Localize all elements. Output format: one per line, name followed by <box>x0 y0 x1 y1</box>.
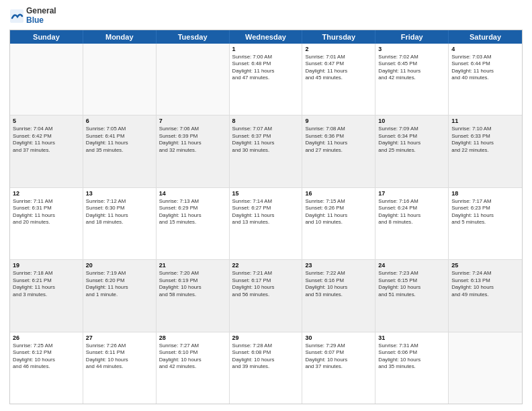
day-cell-31: 31Sunrise: 7:31 AM Sunset: 6:06 PM Dayli… <box>375 332 449 404</box>
day-number: 13 <box>86 190 153 197</box>
day-info: Sunrise: 7:00 AM Sunset: 6:48 PM Dayligh… <box>232 54 300 82</box>
day-info: Sunrise: 7:17 AM Sunset: 6:23 PM Dayligh… <box>451 198 519 226</box>
day-number: 10 <box>378 118 445 124</box>
day-number: 30 <box>305 334 372 341</box>
day-info: Sunrise: 7:26 AM Sunset: 6:11 PM Dayligh… <box>86 342 153 371</box>
day-number: 18 <box>451 190 519 197</box>
calendar-body: 1Sunrise: 7:00 AM Sunset: 6:48 PM Daylig… <box>10 44 522 404</box>
day-cell-22: 22Sunrise: 7:21 AM Sunset: 6:17 PM Dayli… <box>230 260 303 331</box>
calendar-row-2: 12Sunrise: 7:11 AM Sunset: 6:31 PM Dayli… <box>10 188 522 260</box>
calendar-row-4: 26Sunrise: 7:25 AM Sunset: 6:12 PM Dayli… <box>10 332 522 404</box>
day-info: Sunrise: 7:19 AM Sunset: 6:20 PM Dayligh… <box>86 270 153 298</box>
day-number: 1 <box>232 46 300 52</box>
day-header-monday: Monday <box>83 30 157 44</box>
day-info: Sunrise: 7:31 AM Sunset: 6:06 PM Dayligh… <box>378 342 445 371</box>
calendar-row-3: 19Sunrise: 7:18 AM Sunset: 6:21 PM Dayli… <box>10 260 522 332</box>
day-header-wednesday: Wednesday <box>230 30 303 44</box>
empty-cell <box>157 44 230 115</box>
day-number: 26 <box>13 334 80 341</box>
day-header-sunday: Sunday <box>10 30 83 44</box>
day-number: 29 <box>232 334 300 341</box>
day-info: Sunrise: 7:02 AM Sunset: 6:45 PM Dayligh… <box>378 54 445 82</box>
day-info: Sunrise: 7:04 AM Sunset: 6:42 PM Dayligh… <box>13 126 80 154</box>
day-cell-21: 21Sunrise: 7:20 AM Sunset: 6:19 PM Dayli… <box>157 260 230 331</box>
day-cell-18: 18Sunrise: 7:17 AM Sunset: 6:23 PM Dayli… <box>449 188 522 259</box>
day-info: Sunrise: 7:16 AM Sunset: 6:24 PM Dayligh… <box>378 198 445 226</box>
day-number: 6 <box>86 118 153 124</box>
day-number: 19 <box>13 262 80 269</box>
day-info: Sunrise: 7:25 AM Sunset: 6:12 PM Dayligh… <box>13 342 80 371</box>
day-info: Sunrise: 7:15 AM Sunset: 6:26 PM Dayligh… <box>305 198 372 226</box>
day-number: 21 <box>159 262 226 269</box>
day-header-tuesday: Tuesday <box>157 30 230 44</box>
day-cell-24: 24Sunrise: 7:23 AM Sunset: 6:15 PM Dayli… <box>375 260 449 331</box>
day-cell-12: 12Sunrise: 7:11 AM Sunset: 6:31 PM Dayli… <box>10 188 83 259</box>
day-info: Sunrise: 7:10 AM Sunset: 6:33 PM Dayligh… <box>451 126 519 154</box>
day-info: Sunrise: 7:18 AM Sunset: 6:21 PM Dayligh… <box>13 270 80 298</box>
day-header-saturday: Saturday <box>449 30 522 44</box>
day-cell-8: 8Sunrise: 7:07 AM Sunset: 6:37 PM Daylig… <box>230 116 303 187</box>
day-cell-26: 26Sunrise: 7:25 AM Sunset: 6:12 PM Dayli… <box>10 332 83 404</box>
day-number: 23 <box>305 262 372 269</box>
day-cell-3: 3Sunrise: 7:02 AM Sunset: 6:45 PM Daylig… <box>375 44 449 115</box>
day-number: 4 <box>451 46 519 52</box>
day-number: 17 <box>378 190 445 197</box>
day-number: 28 <box>159 334 226 341</box>
day-cell-28: 28Sunrise: 7:27 AM Sunset: 6:10 PM Dayli… <box>157 332 230 404</box>
day-info: Sunrise: 7:29 AM Sunset: 6:07 PM Dayligh… <box>305 342 372 371</box>
logo-blue: Blue <box>26 16 56 26</box>
day-info: Sunrise: 7:13 AM Sunset: 6:29 PM Dayligh… <box>159 198 226 226</box>
day-cell-23: 23Sunrise: 7:22 AM Sunset: 6:16 PM Dayli… <box>302 260 375 331</box>
day-cell-13: 13Sunrise: 7:12 AM Sunset: 6:30 PM Dayli… <box>83 188 157 259</box>
day-number: 22 <box>232 262 300 269</box>
day-cell-20: 20Sunrise: 7:19 AM Sunset: 6:20 PM Dayli… <box>83 260 157 331</box>
empty-cell <box>10 44 83 115</box>
day-cell-17: 17Sunrise: 7:16 AM Sunset: 6:24 PM Dayli… <box>375 188 449 259</box>
day-info: Sunrise: 7:22 AM Sunset: 6:16 PM Dayligh… <box>305 270 372 298</box>
day-number: 15 <box>232 190 300 197</box>
day-info: Sunrise: 7:20 AM Sunset: 6:19 PM Dayligh… <box>159 270 226 298</box>
calendar: SundayMondayTuesdayWednesdayThursdayFrid… <box>9 30 523 404</box>
day-cell-7: 7Sunrise: 7:06 AM Sunset: 6:39 PM Daylig… <box>157 116 230 187</box>
empty-cell <box>83 44 157 115</box>
logo-icon <box>9 9 24 24</box>
day-info: Sunrise: 7:14 AM Sunset: 6:27 PM Dayligh… <box>232 198 300 226</box>
day-cell-14: 14Sunrise: 7:13 AM Sunset: 6:29 PM Dayli… <box>157 188 230 259</box>
calendar-row-1: 5Sunrise: 7:04 AM Sunset: 6:42 PM Daylig… <box>10 116 522 187</box>
day-info: Sunrise: 7:23 AM Sunset: 6:15 PM Dayligh… <box>378 270 445 298</box>
day-cell-15: 15Sunrise: 7:14 AM Sunset: 6:27 PM Dayli… <box>230 188 303 259</box>
calendar-header: SundayMondayTuesdayWednesdayThursdayFrid… <box>10 30 522 44</box>
day-cell-11: 11Sunrise: 7:10 AM Sunset: 6:33 PM Dayli… <box>449 116 522 187</box>
day-number: 24 <box>378 262 445 269</box>
day-number: 5 <box>13 118 80 124</box>
day-number: 16 <box>305 190 372 197</box>
calendar-row-0: 1Sunrise: 7:00 AM Sunset: 6:48 PM Daylig… <box>10 44 522 116</box>
day-info: Sunrise: 7:08 AM Sunset: 6:36 PM Dayligh… <box>305 126 372 154</box>
day-number: 14 <box>159 190 226 197</box>
day-number: 27 <box>86 334 153 341</box>
day-cell-27: 27Sunrise: 7:26 AM Sunset: 6:11 PM Dayli… <box>83 332 157 404</box>
header: General Blue <box>9 7 523 26</box>
day-header-thursday: Thursday <box>302 30 375 44</box>
day-info: Sunrise: 7:03 AM Sunset: 6:44 PM Dayligh… <box>451 54 519 82</box>
day-info: Sunrise: 7:09 AM Sunset: 6:34 PM Dayligh… <box>378 126 445 154</box>
day-cell-30: 30Sunrise: 7:29 AM Sunset: 6:07 PM Dayli… <box>302 332 375 404</box>
day-number: 12 <box>13 190 80 197</box>
day-cell-4: 4Sunrise: 7:03 AM Sunset: 6:44 PM Daylig… <box>449 44 522 115</box>
empty-cell <box>449 332 522 404</box>
day-cell-5: 5Sunrise: 7:04 AM Sunset: 6:42 PM Daylig… <box>10 116 83 187</box>
day-cell-2: 2Sunrise: 7:01 AM Sunset: 6:47 PM Daylig… <box>302 44 375 115</box>
day-header-friday: Friday <box>375 30 449 44</box>
day-number: 8 <box>232 118 300 124</box>
day-number: 20 <box>86 262 153 269</box>
day-cell-19: 19Sunrise: 7:18 AM Sunset: 6:21 PM Dayli… <box>10 260 83 331</box>
day-cell-10: 10Sunrise: 7:09 AM Sunset: 6:34 PM Dayli… <box>375 116 449 187</box>
day-info: Sunrise: 7:01 AM Sunset: 6:47 PM Dayligh… <box>305 54 372 82</box>
day-number: 2 <box>305 46 372 52</box>
day-number: 9 <box>305 118 372 124</box>
day-number: 25 <box>451 262 519 269</box>
logo: General Blue <box>9 7 56 26</box>
day-cell-29: 29Sunrise: 7:28 AM Sunset: 6:08 PM Dayli… <box>230 332 303 404</box>
day-number: 7 <box>159 118 226 124</box>
day-cell-6: 6Sunrise: 7:05 AM Sunset: 6:41 PM Daylig… <box>83 116 157 187</box>
